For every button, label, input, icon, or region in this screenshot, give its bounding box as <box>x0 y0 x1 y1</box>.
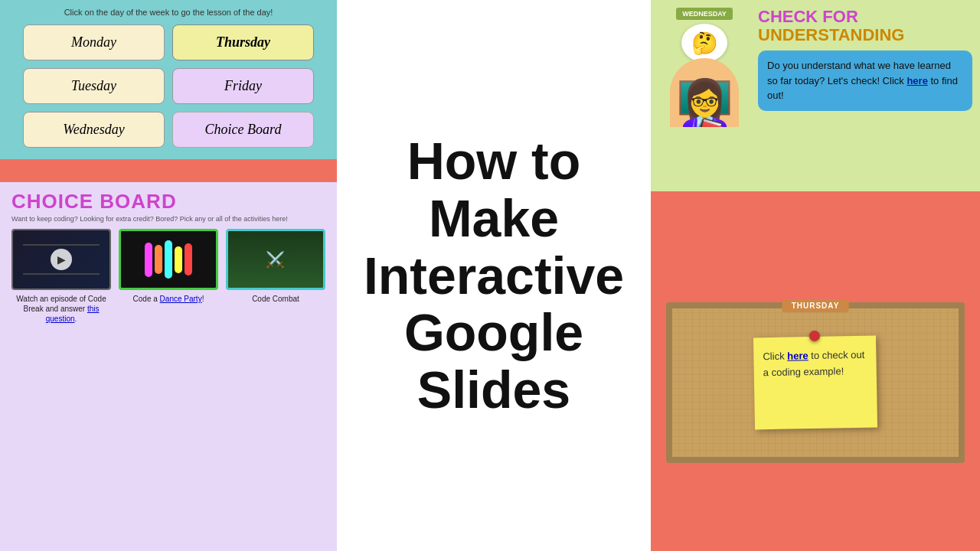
code-break-label: Watch an episode of Code Break and answe… <box>11 294 111 324</box>
code-combat-label: Code Combat <box>252 294 299 304</box>
sticky-here-link[interactable]: here <box>787 350 808 361</box>
monday-button[interactable]: Monday <box>23 24 165 60</box>
check-avatar-area: WEDNESDAY 🤔 👩‍🏫 <box>658 8 750 184</box>
play-icon: ▶ <box>51 249 72 270</box>
wednesday-badge: WEDNESDAY <box>676 8 733 20</box>
sticky-text: Click <box>763 350 787 363</box>
bulletin-board: THURSDAY Click here to check out a codin… <box>666 302 965 463</box>
check-here-link[interactable]: here <box>906 75 927 86</box>
main-layout: Click on the day of the week to go the l… <box>0 0 980 551</box>
pushpin <box>809 331 820 341</box>
weekly-nav: Click on the day of the week to go the l… <box>0 0 337 159</box>
choice-board-section: CHOICE BOARD Want to keep coding? Lookin… <box>0 182 337 551</box>
code-break-link[interactable]: this question <box>46 305 100 323</box>
choice-item-code-break: ▶ Watch an episode of Code Break and ans… <box>11 229 111 324</box>
check-for-title: CHECK FOR UNDERSTANDING <box>758 8 972 44</box>
choice-items: ▶ Watch an episode of Code Break and ans… <box>11 229 325 324</box>
day-grid: Monday Thursday Tuesday Friday Wednesday… <box>23 24 314 148</box>
nav-instruction: Click on the day of the week to go the l… <box>23 8 314 17</box>
choice-board-title: CHOICE BOARD <box>11 190 325 214</box>
check-word: CHECK FOR <box>758 7 858 26</box>
check-bubble: Do you understand what we have learned s… <box>758 51 972 111</box>
dance-party-link[interactable]: Dance Party <box>160 295 202 303</box>
choice-item-dance-party: Code a Dance Party! <box>119 229 218 324</box>
wednesday-button[interactable]: Wednesday <box>23 112 165 148</box>
dance-party-thumb[interactable] <box>119 229 218 290</box>
salmon-bar-right <box>651 191 980 214</box>
code-combat-mock: ⚔️ <box>228 231 323 288</box>
choice-item-code-combat: ⚔️ Code Combat <box>226 229 325 324</box>
salmon-divider <box>0 159 337 182</box>
bulletin-section: THURSDAY Click here to check out a codin… <box>651 214 980 551</box>
tuesday-button[interactable]: Tuesday <box>23 68 165 104</box>
check-section: WEDNESDAY 🤔 👩‍🏫 CHECK FOR UNDERSTANDING … <box>651 0 980 191</box>
choice-board-button[interactable]: Choice Board <box>172 112 314 148</box>
avatar: 👩‍🏫 <box>670 58 739 127</box>
thursday-button[interactable]: Thursday <box>172 24 314 60</box>
left-panel: Click on the day of the week to go the l… <box>0 0 337 551</box>
thursday-tag: THURSDAY <box>782 299 849 312</box>
center-panel: How to Make Interactive Google Slides <box>337 0 651 551</box>
understanding-word: UNDERSTANDING <box>758 25 904 44</box>
sticky-note: Click here to check out a coding example… <box>753 336 877 430</box>
dance-party-label: Code a Dance Party! <box>133 294 204 304</box>
code-combat-thumb[interactable]: ⚔️ <box>226 229 325 290</box>
check-text-area: CHECK FOR UNDERSTANDING Do you understan… <box>758 8 972 184</box>
friday-button[interactable]: Friday <box>172 68 314 104</box>
main-title: How to Make Interactive Google Slides <box>352 132 635 419</box>
right-panel: WEDNESDAY 🤔 👩‍🏫 CHECK FOR UNDERSTANDING … <box>651 0 980 551</box>
code-break-thumb[interactable]: ▶ <box>11 229 111 290</box>
thought-emoji: 🤔 <box>691 31 718 56</box>
avatar-face: 👩‍🏫 <box>676 81 733 127</box>
thought-bubble: 🤔 <box>681 24 727 62</box>
choice-board-subtitle: Want to keep coding? Looking for extra c… <box>11 215 325 223</box>
